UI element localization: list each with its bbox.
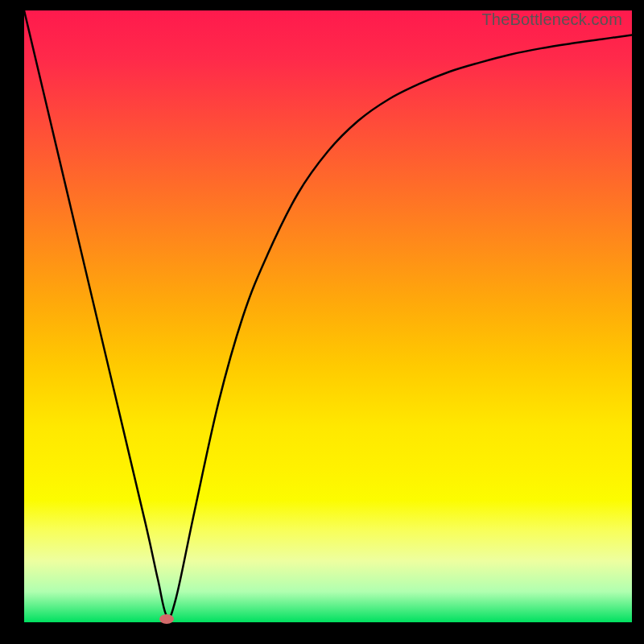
bottleneck-curve: [24, 10, 632, 622]
watermark-text: TheBottleneck.com: [481, 10, 622, 29]
optimal-point-marker: [159, 614, 174, 624]
plot-area: TheBottleneck.com: [24, 10, 632, 622]
